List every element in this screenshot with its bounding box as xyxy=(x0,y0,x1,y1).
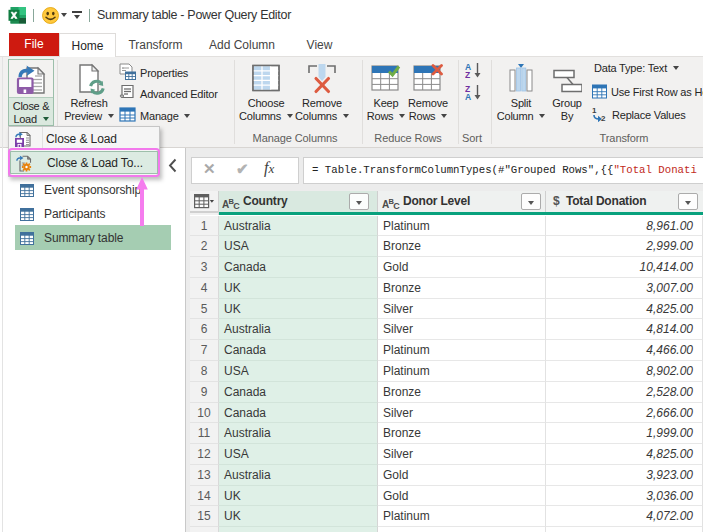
svg-text:2: 2 xyxy=(601,114,606,122)
svg-text:1: 1 xyxy=(592,106,597,115)
svg-text:Z: Z xyxy=(465,70,470,79)
svg-text:A: A xyxy=(465,92,471,101)
